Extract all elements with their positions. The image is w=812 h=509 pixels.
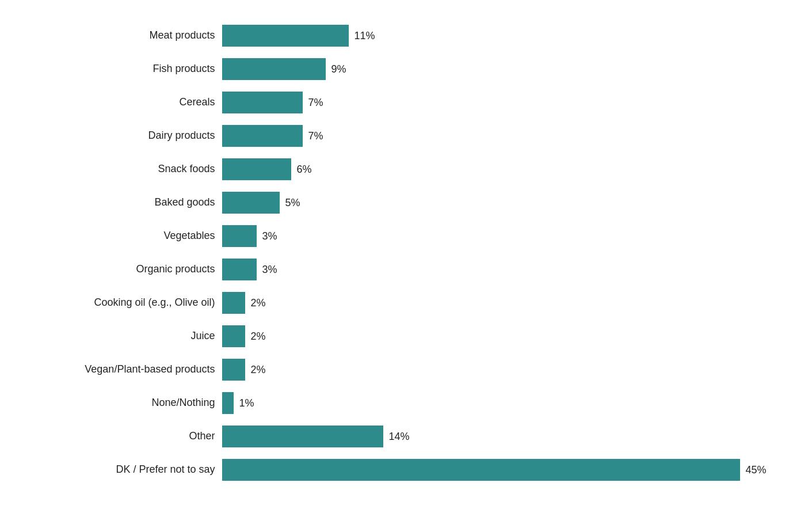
bar-fill <box>222 459 740 481</box>
bar-row: Meat products11% <box>44 21 757 51</box>
bar-value: 11% <box>354 30 375 42</box>
bar-fill <box>222 158 291 180</box>
bar-fill <box>222 292 245 314</box>
bar-track: 1% <box>222 392 757 414</box>
bar-value: 1% <box>239 397 254 409</box>
bar-value: 7% <box>308 130 323 142</box>
bar-row: Cooking oil (e.g., Olive oil)2% <box>44 288 757 318</box>
bar-label: Fish products <box>44 63 222 75</box>
bar-value: 5% <box>285 197 300 209</box>
bar-value: 3% <box>262 230 277 242</box>
bar-track: 7% <box>222 125 757 147</box>
bar-row: DK / Prefer not to say45% <box>44 455 757 485</box>
bar-value: 7% <box>308 97 323 109</box>
bar-track: 3% <box>222 225 757 247</box>
bar-fill <box>222 125 303 147</box>
bar-label: Vegan/Plant-based products <box>44 363 222 376</box>
bar-row: Organic products3% <box>44 254 757 284</box>
bar-fill <box>222 426 383 447</box>
bar-value: 6% <box>297 164 312 176</box>
bar-row: Baked goods5% <box>44 188 757 218</box>
bar-track: 45% <box>222 459 767 481</box>
bar-label: Vegetables <box>44 230 222 242</box>
bar-label: Snack foods <box>44 163 222 176</box>
bar-label: DK / Prefer not to say <box>44 464 222 476</box>
bar-label: Other <box>44 430 222 443</box>
bar-label: Meat products <box>44 29 222 42</box>
bar-fill <box>222 392 234 414</box>
bar-track: 5% <box>222 192 757 214</box>
bar-label: Baked goods <box>44 196 222 209</box>
bar-label: None/Nothing <box>44 397 222 409</box>
bar-label: Dairy products <box>44 130 222 142</box>
bar-row: Cereals7% <box>44 88 757 117</box>
bar-label: Juice <box>44 330 222 343</box>
bar-track: 7% <box>222 92 757 113</box>
bar-fill <box>222 259 257 280</box>
chart-container: Meat products11%Fish products9%Cereals7%… <box>32 3 780 506</box>
bar-value: 14% <box>389 431 410 443</box>
bar-track: 2% <box>222 359 757 381</box>
bar-value: 2% <box>251 297 266 309</box>
bar-track: 14% <box>222 426 757 447</box>
bar-value: 45% <box>746 464 767 476</box>
bar-fill <box>222 359 245 381</box>
bar-value: 9% <box>331 63 346 75</box>
bar-track: 9% <box>222 58 757 80</box>
bar-fill <box>222 25 349 47</box>
bar-label: Organic products <box>44 263 222 276</box>
bar-row: Fish products9% <box>44 54 757 84</box>
bar-row: Vegetables3% <box>44 221 757 251</box>
bar-fill <box>222 92 303 113</box>
bar-row: None/Nothing1% <box>44 388 757 418</box>
bar-track: 2% <box>222 292 757 314</box>
bar-label: Cooking oil (e.g., Olive oil) <box>44 297 222 309</box>
bar-track: 11% <box>222 25 757 47</box>
bar-track: 3% <box>222 259 757 280</box>
bar-row: Snack foods6% <box>44 154 757 184</box>
bar-row: Dairy products7% <box>44 121 757 151</box>
bar-fill <box>222 225 257 247</box>
bar-row: Juice2% <box>44 321 757 351</box>
bar-row: Other14% <box>44 421 757 451</box>
bar-track: 6% <box>222 158 757 180</box>
bar-row: Vegan/Plant-based products2% <box>44 355 757 385</box>
bar-label: Cereals <box>44 96 222 109</box>
bar-fill <box>222 325 245 347</box>
bar-fill <box>222 192 280 214</box>
bar-value: 2% <box>251 364 266 376</box>
bar-track: 2% <box>222 325 757 347</box>
bar-fill <box>222 58 326 80</box>
bar-value: 2% <box>251 331 266 343</box>
bar-value: 3% <box>262 264 277 276</box>
